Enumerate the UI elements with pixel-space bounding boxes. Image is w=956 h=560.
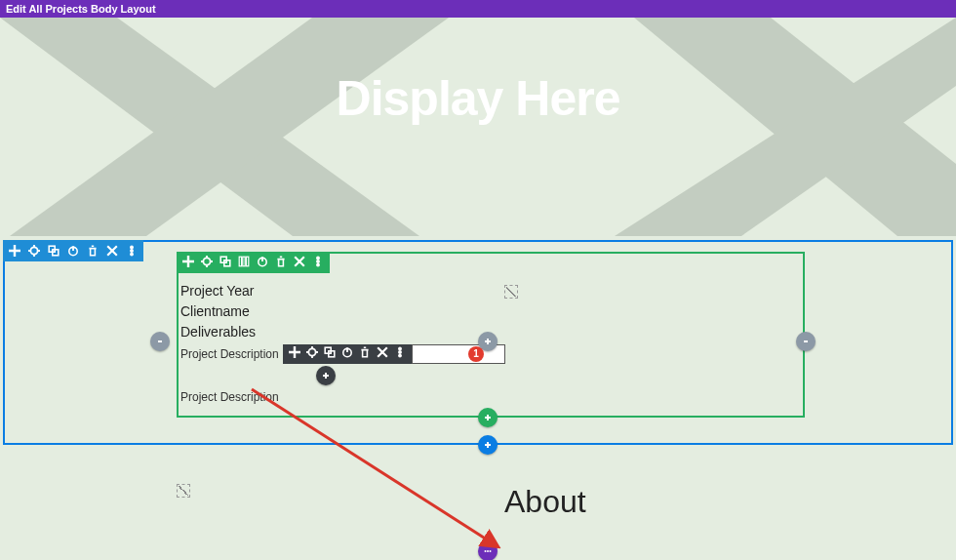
svg-point-31 [490, 550, 492, 552]
close-icon[interactable] [377, 344, 388, 363]
duplicate-icon[interactable] [324, 344, 336, 363]
svg-point-29 [485, 550, 487, 552]
power-icon[interactable] [341, 344, 353, 363]
svg-point-9 [131, 246, 134, 249]
broken-image-icon [504, 285, 518, 299]
add-row-button[interactable] [478, 408, 498, 427]
svg-point-22 [308, 349, 315, 356]
svg-point-20 [317, 260, 320, 263]
module-label: Project Description [180, 346, 279, 362]
hero-section: Display Here [0, 18, 956, 236]
broken-image-icon [177, 484, 190, 498]
svg-point-12 [203, 258, 210, 264]
svg-point-19 [317, 257, 320, 260]
trash-icon[interactable] [275, 254, 287, 271]
more-icon[interactable] [394, 344, 406, 363]
svg-point-28 [398, 354, 401, 357]
svg-point-11 [131, 253, 134, 256]
module-label: Project Description [180, 389, 801, 405]
hero-title: Display Here [0, 70, 956, 127]
page-settings-button[interactable] [478, 541, 498, 560]
editor-title: Edit All Projects Body Layout [6, 3, 156, 15]
section-toolbar [3, 240, 143, 261]
svg-point-5 [30, 247, 37, 254]
column-handle-left[interactable] [150, 332, 170, 351]
row-toolbar [177, 252, 330, 273]
gear-icon[interactable] [201, 254, 213, 271]
gear-icon[interactable] [306, 344, 318, 363]
svg-point-30 [487, 550, 489, 552]
svg-rect-16 [243, 257, 245, 266]
module-toolbar [283, 344, 412, 364]
power-icon[interactable] [67, 245, 79, 257]
column-handle-right[interactable] [796, 332, 816, 351]
svg-rect-17 [246, 257, 248, 266]
text-line: Project Year [180, 281, 801, 301]
close-icon[interactable] [294, 254, 305, 271]
text-line: Clientname [180, 301, 801, 322]
editor-top-bar: Edit All Projects Body Layout [0, 0, 956, 18]
power-icon[interactable] [257, 254, 268, 271]
svg-point-10 [131, 250, 134, 253]
svg-point-26 [398, 347, 401, 350]
trash-icon[interactable] [87, 245, 99, 257]
add-module-button[interactable] [316, 366, 336, 385]
duplicate-icon[interactable] [48, 245, 60, 257]
close-icon[interactable] [106, 245, 118, 257]
trash-icon[interactable] [359, 344, 371, 363]
gear-icon[interactable] [28, 245, 40, 257]
hero-pattern [0, 18, 956, 236]
svg-rect-15 [239, 257, 241, 266]
about-heading: About [504, 484, 586, 520]
add-icon[interactable] [9, 245, 20, 257]
duplicate-icon[interactable] [219, 254, 231, 271]
columns-icon[interactable] [238, 254, 250, 271]
svg-point-27 [398, 351, 401, 354]
more-icon[interactable] [312, 254, 324, 271]
annotation-badge: 1 [468, 346, 484, 362]
add-icon[interactable] [182, 254, 194, 271]
add-icon[interactable] [289, 344, 300, 363]
add-section-button[interactable] [478, 435, 498, 455]
more-icon[interactable] [126, 245, 138, 257]
svg-point-21 [317, 263, 320, 266]
